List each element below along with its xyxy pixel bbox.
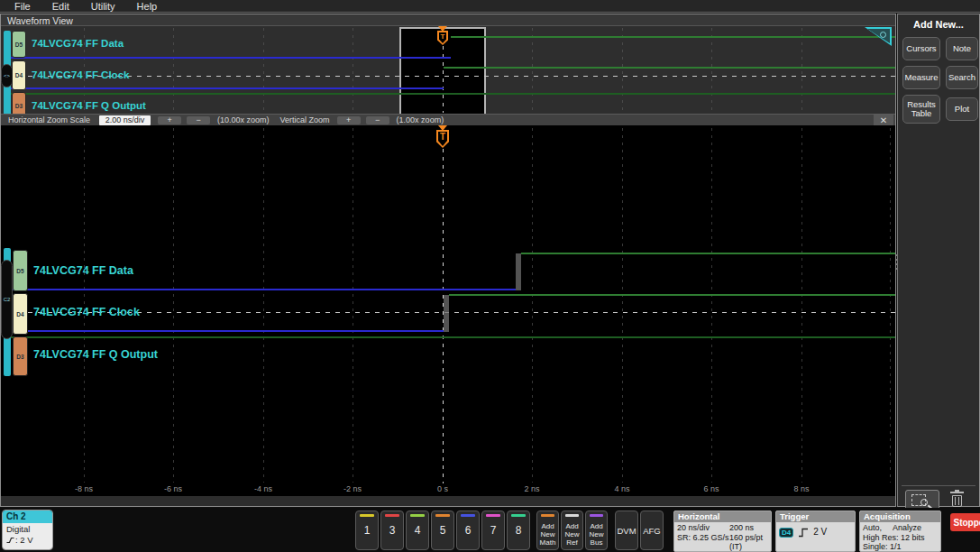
- h-zoom-scale-input[interactable]: 2.00 ns/div: [99, 115, 151, 125]
- note-button[interactable]: Note: [946, 37, 978, 60]
- channel-6-button[interactable]: 6: [456, 511, 480, 550]
- gridline: [173, 128, 174, 483]
- add-new-ref-button[interactable]: Add New Ref: [561, 511, 583, 550]
- channel-2-threshold: : 2 V: [15, 535, 33, 546]
- channel-3-button[interactable]: 3: [380, 511, 404, 550]
- channel-2-name: Ch 2: [3, 511, 52, 523]
- channel-2-badge[interactable]: Ch 2 Digital : 2 V: [2, 510, 53, 550]
- channel-label-d4[interactable]: 74LVCG74 FF Clock: [32, 69, 129, 80]
- d4-clock-dashed-line: [8, 76, 895, 77]
- cursors-button[interactable]: Cursors: [902, 37, 940, 60]
- d5-low-segment: [8, 289, 516, 290]
- menu-utility[interactable]: Utility: [91, 1, 115, 12]
- h-zoom-plus-button[interactable]: +: [158, 116, 181, 124]
- menu-bar: File Edit Utility Help: [0, 0, 980, 13]
- plot-button[interactable]: Plot: [946, 97, 978, 121]
- trigger-source-badge: D4: [779, 528, 793, 538]
- channel-7-button[interactable]: 7: [481, 511, 505, 550]
- channel-label-d5[interactable]: 74LVCG74 FF Data: [33, 264, 133, 277]
- waveform-view-title: Waveform View: [1, 14, 895, 26]
- channel-4-button[interactable]: 4: [406, 511, 429, 550]
- trigger-marker-icon[interactable]: T: [436, 130, 449, 148]
- results-table-button[interactable]: Results Table: [902, 95, 940, 124]
- channel-color-strip: [461, 514, 475, 517]
- channel-tab-d4[interactable]: D4: [12, 60, 26, 90]
- h-sample-rate: SR: 6.25 GS/s: [677, 533, 729, 552]
- channel-1-button[interactable]: 1: [355, 511, 379, 550]
- v-zoom-plus-button[interactable]: +: [337, 116, 361, 124]
- d4-low-segment: [8, 87, 444, 89]
- measure-button[interactable]: Measure: [902, 66, 940, 89]
- gridline: [711, 28, 712, 112]
- channel-label-d4[interactable]: 74LVCG74 FF Clock: [33, 306, 140, 318]
- d5-low-segment: [8, 57, 451, 59]
- trigger-panel[interactable]: Trigger D4 2 V: [775, 511, 856, 552]
- main-axis-tick: 2 ns: [524, 484, 539, 493]
- horizontal-panel[interactable]: Horizontal 20 ns/div200 ns SR: 6.25 GS/s…: [673, 511, 772, 552]
- v-zoom-minus-button[interactable]: −: [366, 116, 389, 124]
- run-stop-status-button[interactable]: Stopped: [950, 513, 980, 531]
- d4-high-segment: [444, 67, 895, 69]
- gridline: [353, 28, 353, 112]
- dvm-button[interactable]: DVM: [615, 511, 638, 550]
- acquisition-title: Acquisition: [860, 511, 940, 522]
- horizontal-title: Horizontal: [674, 511, 771, 522]
- group-handle[interactable]: C2: [1, 260, 13, 339]
- gridline: [173, 28, 174, 112]
- main-axis-tick: -4 ns: [254, 484, 272, 493]
- trash-button[interactable]: [950, 490, 965, 510]
- channel-2-type: Digital: [6, 524, 52, 535]
- v-zoom-factor: (1.00x zoom): [397, 115, 444, 124]
- gridline: [711, 128, 712, 483]
- menu-edit[interactable]: Edit: [52, 1, 69, 12]
- channel-tab-d5[interactable]: D5: [12, 31, 26, 58]
- d4-low-segment: [8, 330, 444, 332]
- acq-resolution: High Res: 12 bits: [863, 533, 938, 543]
- d5-high-segment: [451, 36, 895, 38]
- main-axis-tick: 4 ns: [614, 484, 629, 493]
- math-color-strip: [541, 514, 554, 517]
- main-waveform-plot[interactable]: T C2 D5 D4 D3 74LVCG74 FF Data 74LVCG74 …: [1, 125, 895, 496]
- gridline: [622, 28, 623, 112]
- menu-help[interactable]: Help: [137, 1, 158, 12]
- d4-edge-band: [444, 295, 449, 332]
- d4-clock-dashed-line: [8, 312, 895, 313]
- acquisition-panel[interactable]: Acquisition Auto,Analyze High Res: 12 bi…: [859, 511, 941, 552]
- h-zoom-minus-button[interactable]: −: [187, 116, 210, 124]
- main-axis-tick: 6 ns: [703, 484, 719, 493]
- channel-label-d3[interactable]: 74LVCG74 FF Q Output: [32, 100, 146, 111]
- channel-tab-d4[interactable]: D4: [13, 293, 28, 335]
- channel-color-strip: [511, 514, 526, 517]
- gridline: [801, 128, 802, 483]
- d3-high-segment: [8, 93, 895, 95]
- channel-tab-d5[interactable]: D5: [13, 250, 28, 291]
- threshold-icon: [6, 537, 14, 544]
- trigger-level: 2 V: [813, 528, 827, 538]
- channel-tab-d3[interactable]: D3: [13, 336, 28, 376]
- h-zoom-factor: (10.00x zoom): [217, 115, 270, 124]
- channel-5-button[interactable]: 5: [431, 511, 454, 550]
- add-new-bus-button[interactable]: Add New Bus: [585, 511, 608, 550]
- waveform-window: Waveform View: [0, 14, 896, 507]
- acq-mode: Auto,: [863, 523, 882, 533]
- search-button[interactable]: Search: [946, 66, 978, 89]
- afg-button[interactable]: AFG: [640, 511, 664, 550]
- main-axis-tick: -8 ns: [75, 484, 93, 493]
- add-new-math-button[interactable]: Add New Math: [536, 511, 559, 550]
- divider: [902, 485, 975, 486]
- menu-file[interactable]: File: [14, 1, 31, 12]
- main-axis-tick: 8 ns: [793, 484, 809, 493]
- gridline: [622, 128, 623, 483]
- channel-label-d5[interactable]: 74LVCG74 FF Data: [32, 38, 124, 49]
- add-new-panel: Add New... Cursors Note Measure Search R…: [897, 14, 980, 507]
- gridline: [532, 28, 533, 112]
- channel-color-strip: [410, 514, 425, 517]
- zoom-toolbar: Horizontal Zoom Scale 2.00 ns/div + − (1…: [1, 114, 895, 125]
- gridline: [890, 128, 891, 483]
- channel-8-button[interactable]: 8: [507, 511, 530, 550]
- overview-plot[interactable]: T <> D5 D4 D3 74LVCG74 FF Data 74LVCG74 …: [1, 26, 895, 125]
- channel-label-d3[interactable]: 74LVCG74 FF Q Output: [33, 348, 158, 361]
- rising-edge-icon: [798, 528, 809, 538]
- d5-edge-band: [516, 253, 521, 290]
- channel-color-strip: [435, 514, 450, 517]
